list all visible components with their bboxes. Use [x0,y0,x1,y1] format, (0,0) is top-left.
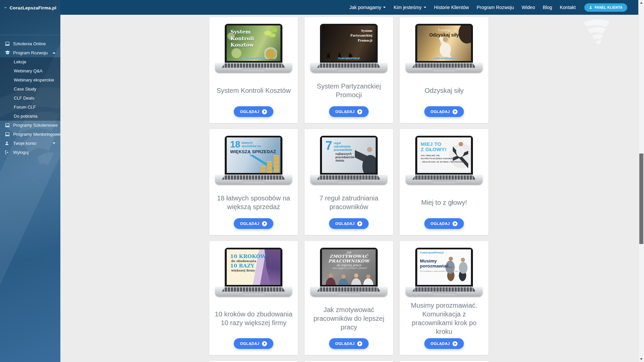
watch-button[interactable]: OGLĄDAJ [329,338,369,349]
course-thumbnail[interactable]: TreningOdzyskaj siłyCorazLepszaFirma.pl [406,24,483,73]
course-thumbnail[interactable]: SystemKontroliKosztówCorazLepszaFirma.pl [215,24,292,73]
course-thumbnail[interactable]: MIEJ TOZ GŁOWY!JAK UWOLNIĆ SIĘOD PRZYTŁO… [406,136,483,185]
course-title: Musimy porozmawiać. Komunikacja z pracow… [405,299,483,338]
thumb-text-line: PRACOWNIKÓW [322,259,376,263]
laptop-screen: 10 KROKÓWdo zbudowania10 RAZYwiększej fi… [225,248,282,287]
laptop-base [310,287,387,297]
watch-button[interactable]: OGLĄDAJ [329,218,369,229]
page-scrollbar[interactable] [638,0,644,362]
watch-button[interactable]: OGLĄDAJ [424,338,464,349]
sidebar-item-clf-deals[interactable]: CLF Deals [0,94,60,103]
course-thumbnail[interactable]: CorazLepszaFirma.plMusimyporozmawiać...K… [406,248,483,297]
nav-item-label: Jak pomagamy [350,5,381,10]
thumb-text-line: Trening [417,28,471,32]
sidebar-item-label: CLF Deals [14,96,34,101]
sidebar-item-program-rozwoju[interactable]: Program Rozwoju [0,48,60,57]
watch-button[interactable]: OGLĄDAJ [424,106,464,117]
sidebar-item-webinary-qa[interactable]: Webinary Q&A [0,66,60,75]
sidebar-item-wyloguj[interactable]: Wyloguj [0,148,60,157]
nav-item-kim-jestesmy[interactable]: Kim jesteśmy [393,5,426,10]
page: Jak pomagamyKim jesteśmyHistorie Klientó… [0,0,644,362]
laptop-keyboard [222,63,285,68]
course-title: 10 kroków do zbudowania 10 razy większej… [215,299,292,338]
thumb-text-line: Odzyskaj siły [417,32,471,38]
laptop-trackpad [242,69,265,71]
sidebar-item-twoje-konto[interactable]: Twoje konto [0,139,60,148]
watch-button[interactable]: OGLĄDAJ [234,338,274,349]
panel-klienta-label: PANEL KLIENTA [594,6,623,9]
thumb-text-line: MIEJ TO [421,141,471,147]
laptop-base [406,63,483,73]
course-thumbnail[interactable]: SystemPartyzanckiejPromocjiCorazLepszaFi… [310,24,387,73]
scrollbar-thumb[interactable] [639,154,643,244]
nav-item-blog[interactable]: Blog [543,5,552,10]
sidebar-item-szkolenia-online[interactable]: Szkolenia Online [0,39,60,48]
content-area: SystemKontroliKosztówCorazLepszaFirma.pl… [60,15,638,362]
watch-button[interactable]: OGLĄDAJ [424,218,464,229]
thumb-text-line: porozmawiać... [420,264,471,269]
laptop-screen: 7reguł zatrudniania pracownikównajlepszy… [320,136,378,175]
watch-button-label: OGLĄDAJ [240,222,260,226]
course-thumbnail[interactable]: 18łatwych sposobów naWIĘKSZĄ SPRZEDAŻ [215,136,292,185]
laptop-base [310,63,387,73]
course-thumbnail[interactable]: 7reguł zatrudniania pracownikównajlepszy… [310,136,387,185]
laptop-icon [5,41,10,46]
sidebar-item-programy-mentoringowe[interactable]: Programy Mentoringowe [0,130,60,139]
course-card: JakZMOTYWOWAĆPRACOWNIKÓWdo lepszej pracy… [305,241,393,355]
course-thumbnail[interactable]: 10 KROKÓWdo zbudowania10 RAZYwiększej fi… [215,248,292,297]
thumb-text-line: do lepszej pracy [322,263,376,267]
play-icon [357,341,362,346]
thumb-text-line: 10 RAZY [230,263,280,269]
course-card: MIEJ TOZ GŁOWY!JAK UWOLNIĆ SIĘOD PRZYTŁO… [400,129,488,235]
panel-klienta-button[interactable]: PANEL KLIENTA [584,3,627,12]
laptop-trackpad [432,69,456,71]
scrollbar-down-arrow[interactable] [640,358,643,360]
laptop-screen: 18łatwych sposobów naWIĘKSZĄ SPRZEDAŻ [225,136,282,175]
nav-item-label: Kontakt [560,5,576,10]
thumb-watermark: CorazLepszaFirma.pl [227,57,280,59]
thumb-text-line: ZMOTYWOWAĆ [322,254,376,259]
sidebar-item-do-pobrania[interactable]: Do pobrania [0,112,60,121]
play-icon [262,341,267,346]
sidebar-item-label: Programy Szkoleniowe [13,123,58,128]
nav-item-historie-klientow[interactable]: Historie Klientów [434,5,469,10]
sidebar-item-lekcje[interactable]: Lekcje [0,57,60,66]
course-card: 18łatwych sposobów naWIĘKSZĄ SPRZEDAŻ18 … [209,129,298,235]
sidebar-item-forum-clf[interactable]: Forum CLF [0,103,60,112]
watch-button[interactable]: OGLĄDAJ [329,106,369,117]
thumbnail-screen: 18łatwych sposobów naWIĘKSZĄ SPRZEDAŻ [227,137,280,173]
thumb-text-line: System [230,29,280,36]
laptop-icon [5,123,10,128]
play-icon [357,109,362,114]
course-title: 18 łatwych sposobów na większą sprzedaż [215,187,292,218]
course-title: System Kontroli Kosztów [216,75,290,106]
watch-button[interactable]: OGLĄDAJ [234,218,274,229]
nav-item-jak-pomagamy[interactable]: Jak pomagamy [350,5,386,10]
watch-button-label: OGLĄDAJ [431,110,450,114]
sidebar-item-case-study[interactable]: Case Study [0,84,60,94]
thumb-text-line: CorazLepszaFirma.pl [420,251,471,254]
thumb-watermark: CorazLepszaFirma.pl [417,57,471,59]
nav-item-program-rozwoju[interactable]: Program Rozwoju [477,5,514,10]
sidebar-item-webinary-eksperckie[interactable]: Webinary eksperckie [0,75,60,84]
nav-item-kontakt[interactable]: Kontakt [560,5,576,10]
laptop-keyboard [317,63,381,68]
laptop-base [310,175,387,185]
sidebar-item-label: Twoje konto [13,141,36,146]
course-card: 10 KROKÓWdo zbudowania10 RAZYwiększej fi… [209,241,298,355]
chevron-up-icon[interactable] [53,52,55,54]
thumbnail-screen: JakZMOTYWOWAĆPRACOWNIKÓWdo lepszej pracy… [322,249,376,285]
scrollbar-up-arrow[interactable] [640,2,643,4]
laptop-screen: SystemKontroliKosztówCorazLepszaFirma.pl [225,24,282,63]
nav-item-wideo[interactable]: Wideo [522,5,535,10]
watch-button[interactable]: OGLĄDAJ [234,106,274,117]
sidebar-item-programy-szkoleniowe[interactable]: Programy Szkoleniowe [0,121,60,130]
logout-icon [5,150,10,155]
thumb-text-line: System [322,28,372,33]
chevron-down-icon[interactable] [53,142,55,144]
watch-button-label: OGLĄDAJ [431,342,450,346]
course-thumbnail[interactable]: JakZMOTYWOWAĆPRACOWNIKÓWdo lepszej pracy… [310,248,387,297]
thumb-text-line: Z GŁOWY! [421,147,471,152]
brand-logo[interactable]: CorazLepszaFirma.pl [0,0,60,35]
nav-item-label: Blog [543,5,552,10]
